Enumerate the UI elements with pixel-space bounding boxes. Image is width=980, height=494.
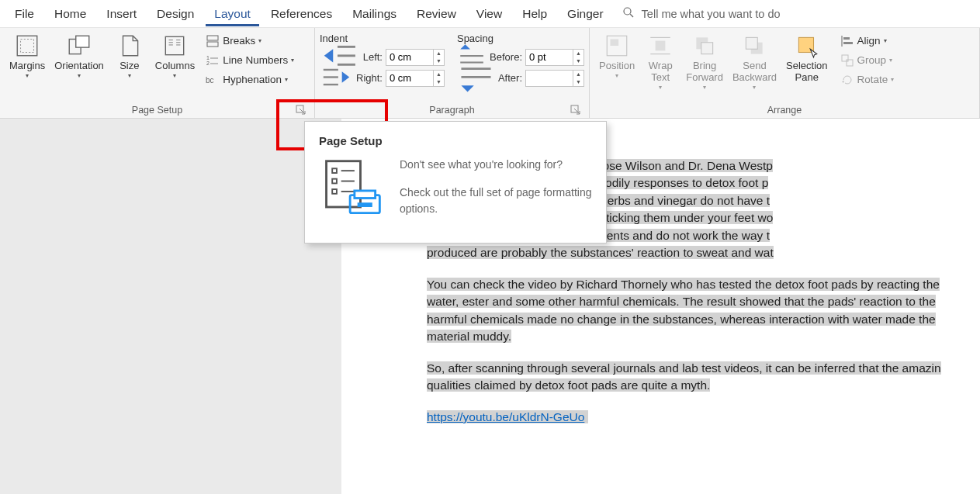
group-label-arrange: Arrange	[767, 105, 802, 116]
chevron-down-icon: ▾	[78, 72, 81, 79]
chevron-down-icon: ▾	[889, 57, 892, 64]
svg-rect-40	[746, 37, 758, 49]
rotate-button: Rotate ▾	[837, 70, 898, 89]
line-numbers-button[interactable]: 12 Line Numbers ▾	[203, 50, 297, 70]
svg-rect-14	[207, 42, 218, 47]
indent-right-icon	[320, 60, 353, 96]
chevron-down-icon: ▾	[753, 84, 756, 91]
svg-rect-47	[327, 161, 361, 207]
svg-rect-34	[656, 41, 666, 51]
align-button[interactable]: Align ▾	[837, 31, 898, 50]
spacing-after-input[interactable]: ▲▼	[525, 70, 584, 87]
svg-rect-33	[611, 40, 619, 47]
indent-left-input[interactable]: ▲▼	[386, 49, 445, 66]
page-setup-tooltip-icon	[319, 157, 386, 223]
columns-icon	[161, 33, 188, 59]
svg-rect-3	[21, 40, 34, 53]
menu-file[interactable]: File	[6, 2, 43, 26]
chevron-down-icon: ▾	[26, 72, 29, 79]
orientation-icon	[66, 33, 92, 59]
hyphenation-button[interactable]: bc Hyphenation ▾	[203, 70, 297, 89]
group-icon	[840, 54, 854, 67]
svg-rect-5	[76, 36, 89, 47]
indent-right-field[interactable]	[386, 71, 433, 86]
spin-up-icon[interactable]: ▲	[434, 71, 444, 78]
wrap-text-button: Wrap Text ▾	[639, 31, 681, 92]
menu-references[interactable]: References	[262, 2, 341, 26]
svg-rect-48	[332, 168, 337, 173]
page-setup-launcher[interactable]	[296, 105, 306, 116]
group-label-page-setup: Page Setup	[132, 105, 182, 116]
indent-left-field[interactable]	[386, 50, 433, 65]
menu-bar: File Home Insert Design Layout Reference…	[0, 0, 980, 28]
hyphenation-icon: bc	[206, 73, 220, 87]
spacing-after-icon	[457, 58, 495, 98]
chevron-down-icon: ▾	[258, 37, 261, 44]
chevron-down-icon: ▾	[884, 37, 887, 44]
position-button: Position ▾	[594, 31, 639, 81]
menu-layout[interactable]: Layout	[206, 2, 259, 26]
menu-mailings[interactable]: Mailings	[344, 2, 405, 26]
menu-home[interactable]: Home	[46, 2, 95, 26]
chevron-down-icon: ▾	[615, 72, 618, 79]
tooltip-line1: Don't see what you're looking for?	[400, 157, 592, 172]
svg-rect-56	[358, 202, 372, 207]
columns-button[interactable]: Columns ▾	[151, 31, 199, 81]
chevron-down-icon: ▾	[128, 72, 131, 79]
svg-rect-13	[207, 36, 218, 40]
svg-rect-55	[355, 191, 376, 199]
margins-button[interactable]: Margins ▾	[5, 31, 50, 81]
spin-down-icon[interactable]: ▼	[573, 57, 583, 65]
spacing-after-field[interactable]	[526, 71, 573, 86]
menu-ginger[interactable]: Ginger	[559, 2, 612, 26]
selection-pane-button[interactable]: Selection Pane	[781, 31, 832, 85]
size-icon	[116, 33, 143, 59]
orientation-button[interactable]: Orientation ▾	[50, 31, 109, 81]
svg-point-0	[624, 8, 631, 15]
group-arrange: Position ▾ Wrap Text ▾ Bring Forward ▾ S…	[590, 28, 980, 118]
align-icon	[840, 34, 854, 48]
selection-pane-icon	[794, 33, 820, 59]
bulb-icon	[622, 5, 635, 22]
tooltip-line2: Check out the full set of page formattin…	[400, 185, 592, 216]
spacing-before-input[interactable]: ▲▼	[525, 49, 584, 66]
spin-down-icon[interactable]: ▼	[573, 78, 583, 86]
paragraph-launcher[interactable]	[570, 105, 581, 116]
chevron-down-icon: ▾	[291, 57, 294, 64]
chevron-down-icon: ▾	[285, 76, 288, 83]
svg-rect-45	[842, 55, 848, 61]
menu-design[interactable]: Design	[148, 2, 203, 26]
svg-rect-49	[332, 179, 337, 184]
svg-text:2: 2	[206, 60, 210, 66]
chevron-down-icon: ▾	[703, 84, 706, 91]
spacing-before-field[interactable]	[526, 50, 573, 65]
menu-insert[interactable]: Insert	[98, 2, 145, 26]
menu-help[interactable]: Help	[514, 2, 556, 26]
svg-rect-46	[847, 60, 853, 66]
menu-view[interactable]: View	[468, 2, 511, 26]
breaks-button[interactable]: Breaks ▾	[203, 31, 297, 50]
spin-up-icon[interactable]: ▲	[573, 71, 583, 78]
bring-forward-button: Bring Forward ▾	[681, 31, 728, 92]
page-setup-tooltip: Page Setup Don't see what you're looking…	[304, 121, 607, 244]
spin-up-icon[interactable]: ▲	[573, 50, 583, 57]
rotate-icon	[840, 73, 854, 87]
menu-review[interactable]: Review	[408, 2, 465, 26]
size-button[interactable]: Size ▾	[109, 31, 151, 81]
margins-icon	[14, 33, 40, 59]
chevron-down-icon: ▾	[891, 76, 894, 83]
chevron-down-icon: ▾	[659, 84, 662, 91]
youtube-link[interactable]: https://youtu.be/uKldrN-GeUo	[427, 410, 584, 423]
tell-me-search[interactable]: Tell me what you want to do	[622, 5, 781, 22]
spin-up-icon[interactable]: ▲	[434, 50, 444, 57]
chevron-down-icon: ▾	[173, 72, 176, 79]
spin-down-icon[interactable]: ▼	[434, 57, 444, 65]
line-numbers-icon: 12	[206, 54, 220, 67]
send-backward-icon	[741, 33, 767, 59]
spin-down-icon[interactable]: ▼	[434, 78, 444, 86]
indent-right-input[interactable]: ▲▼	[386, 70, 445, 87]
tooltip-title: Page Setup	[319, 134, 592, 147]
svg-text:bc: bc	[206, 76, 214, 85]
svg-rect-43	[843, 37, 850, 40]
group-label-paragraph: Paragraph	[429, 105, 474, 116]
